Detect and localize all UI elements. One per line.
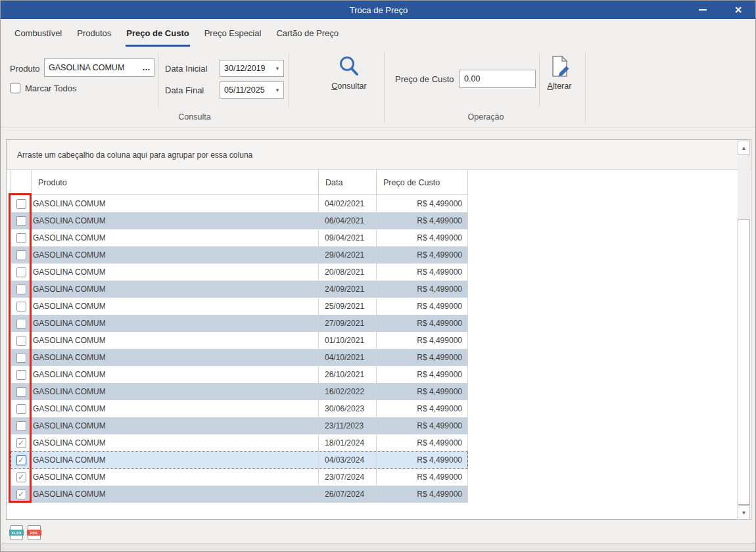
- row-checkbox[interactable]: [16, 370, 26, 380]
- data-final-field[interactable]: 05/11/2025 ▼: [220, 81, 284, 99]
- consultar-label: Consultar: [331, 81, 367, 91]
- price-cell: R$ 4,499000: [377, 486, 468, 503]
- scrollbar-thumb[interactable]: [738, 219, 750, 505]
- price-cell: R$ 4,499000: [377, 246, 468, 264]
- price-cell: R$ 4,499000: [377, 332, 468, 349]
- table-row[interactable]: GASOLINA COMUM23/11/2023R$ 4,499000: [11, 417, 468, 434]
- table-row[interactable]: GASOLINA COMUM09/04/2021R$ 4,499000: [11, 229, 468, 246]
- scroll-up-button[interactable]: ▲: [738, 141, 750, 155]
- preco-column-header[interactable]: Preço de Custo: [377, 170, 468, 195]
- table-row[interactable]: GASOLINA COMUM20/08/2021R$ 4,499000: [11, 264, 468, 281]
- row-checkbox-checked[interactable]: ✓: [16, 455, 26, 465]
- toolbar-separator: [158, 53, 158, 107]
- alterar-button[interactable]: Alterar: [538, 55, 580, 91]
- table-row[interactable]: GASOLINA COMUM27/09/2021R$ 4,499000: [11, 315, 468, 332]
- row-checkbox-cell: [11, 298, 32, 315]
- table-row[interactable]: GASOLINA COMUM04/02/2021R$ 4,499000: [11, 195, 468, 212]
- product-cell: GASOLINA COMUM: [32, 315, 319, 332]
- marcar-todos-label: Marcar Todos: [25, 83, 77, 93]
- table-row[interactable]: GASOLINA COMUM04/10/2021R$ 4,499000: [11, 349, 468, 366]
- tab-combustivel[interactable]: Combustível: [14, 23, 62, 47]
- row-checkbox-cell: [11, 417, 32, 434]
- table-row[interactable]: GASOLINA COMUM30/06/2023R$ 4,499000: [11, 400, 468, 417]
- table-row[interactable]: GASOLINA COMUM26/10/2021R$ 4,499000: [11, 366, 468, 383]
- group-separator: [384, 52, 385, 123]
- tab-preco-especial[interactable]: Preço Especial: [204, 23, 262, 47]
- table-row[interactable]: GASOLINA COMUM24/09/2021R$ 4,499000: [11, 281, 468, 298]
- row-checkbox[interactable]: [16, 250, 26, 260]
- row-checkbox[interactable]: [16, 233, 26, 243]
- table-row[interactable]: GASOLINA COMUM01/10/2021R$ 4,499000: [11, 332, 468, 349]
- operacao-group-caption: Operação: [453, 112, 519, 122]
- row-checkbox-cell: [11, 349, 32, 366]
- row-checkbox-cell: [11, 212, 32, 229]
- data-inicial-value: 30/12/2019: [224, 64, 272, 73]
- row-checkbox[interactable]: [16, 199, 26, 209]
- xlsx-icon: XLSX: [9, 530, 24, 536]
- row-checkbox[interactable]: [16, 216, 26, 226]
- data-inicial-dropdown-icon[interactable]: ▼: [272, 66, 283, 72]
- data-column-header[interactable]: Data: [319, 170, 377, 195]
- table-row[interactable]: ✓GASOLINA COMUM04/03/2024R$ 4,499000: [11, 451, 468, 469]
- product-cell: GASOLINA COMUM: [32, 281, 319, 298]
- data-inicial-field[interactable]: 30/12/2019 ▼: [220, 60, 284, 77]
- produto-label: Produto: [10, 64, 40, 74]
- preco-de-custo-field[interactable]: 0.00: [460, 70, 536, 88]
- produto-lookup-button[interactable]: …: [139, 63, 154, 72]
- price-cell: R$ 4,499000: [377, 229, 468, 246]
- group-by-panel[interactable]: Arraste um cabeçalho da coluna aqui para…: [7, 140, 751, 170]
- data-final-value: 05/11/2025: [224, 85, 272, 95]
- row-checkbox[interactable]: [16, 421, 26, 431]
- date-cell: 30/06/2023: [319, 400, 377, 417]
- price-cell: R$ 4,499000: [377, 469, 468, 486]
- date-cell: 29/04/2021: [319, 246, 377, 264]
- scroll-down-button[interactable]: ▼: [738, 505, 750, 520]
- price-cell: R$ 4,499000: [377, 434, 468, 451]
- table-row[interactable]: GASOLINA COMUM06/04/2021R$ 4,499000: [11, 212, 468, 229]
- produto-field[interactable]: GASOLINA COMUM …: [44, 58, 154, 77]
- export-buttons: XLSX PDF: [10, 525, 41, 540]
- table-row[interactable]: GASOLINA COMUM16/02/2022R$ 4,499000: [11, 383, 468, 400]
- table-row[interactable]: ✓GASOLINA COMUM18/01/2024R$ 4,499000: [11, 434, 468, 451]
- row-checkbox-checked[interactable]: ✓: [16, 472, 26, 482]
- row-checkbox[interactable]: [16, 387, 26, 397]
- row-checkbox[interactable]: [16, 319, 26, 329]
- product-cell: GASOLINA COMUM: [32, 349, 319, 366]
- consultar-button[interactable]: Consultar: [320, 55, 378, 91]
- table-row[interactable]: ✓GASOLINA COMUM23/07/2024R$ 4,499000: [11, 469, 468, 486]
- data-final-dropdown-icon[interactable]: ▼: [272, 87, 283, 93]
- minimize-icon: [699, 9, 707, 11]
- date-cell: 25/09/2021: [319, 298, 377, 315]
- tab-produtos[interactable]: Produtos: [76, 23, 112, 47]
- date-cell: 16/02/2022: [319, 383, 377, 400]
- row-checkbox-checked[interactable]: ✓: [16, 490, 26, 499]
- checkbox-column-header[interactable]: [11, 170, 32, 195]
- row-checkbox[interactable]: [16, 404, 26, 414]
- close-button[interactable]: ✕: [725, 1, 751, 19]
- produto-column-header[interactable]: Produto: [32, 170, 319, 195]
- export-xlsx-button[interactable]: XLSX: [10, 525, 23, 540]
- table-row[interactable]: GASOLINA COMUM29/04/2021R$ 4,499000: [11, 246, 468, 264]
- marcar-todos-checkbox[interactable]: Marcar Todos: [10, 83, 77, 93]
- minimize-button[interactable]: [690, 1, 716, 19]
- troca-de-preco-window: Troca de Preço ✕ Combustível Produtos Pr…: [0, 0, 756, 552]
- close-icon: ✕: [734, 5, 742, 15]
- vertical-scrollbar[interactable]: ▲ ▼: [738, 141, 750, 520]
- row-checkbox[interactable]: [16, 336, 26, 346]
- tab-cartao-de-preco[interactable]: Cartão de Preço: [275, 23, 339, 47]
- row-checkbox[interactable]: [16, 302, 26, 311]
- window-title: Troca de Preço: [1, 5, 756, 15]
- row-checkbox[interactable]: [16, 353, 26, 363]
- row-checkbox-checked[interactable]: ✓: [16, 438, 26, 448]
- row-checkbox[interactable]: [16, 267, 26, 277]
- row-checkbox[interactable]: [16, 285, 26, 294]
- export-pdf-button[interactable]: PDF: [28, 525, 41, 540]
- row-checkbox-cell: [11, 366, 32, 383]
- table-row[interactable]: ✓GASOLINA COMUM26/07/2024R$ 4,499000: [11, 486, 468, 503]
- tab-preco-de-custo[interactable]: Preço de Custo: [126, 23, 189, 47]
- price-cell: R$ 4,499000: [377, 195, 468, 212]
- table-row[interactable]: GASOLINA COMUM25/09/2021R$ 4,499000: [11, 298, 468, 315]
- row-checkbox-cell: [11, 229, 32, 246]
- arrow-up-icon: ▲: [742, 145, 747, 151]
- alterar-label: Alterar: [548, 81, 572, 91]
